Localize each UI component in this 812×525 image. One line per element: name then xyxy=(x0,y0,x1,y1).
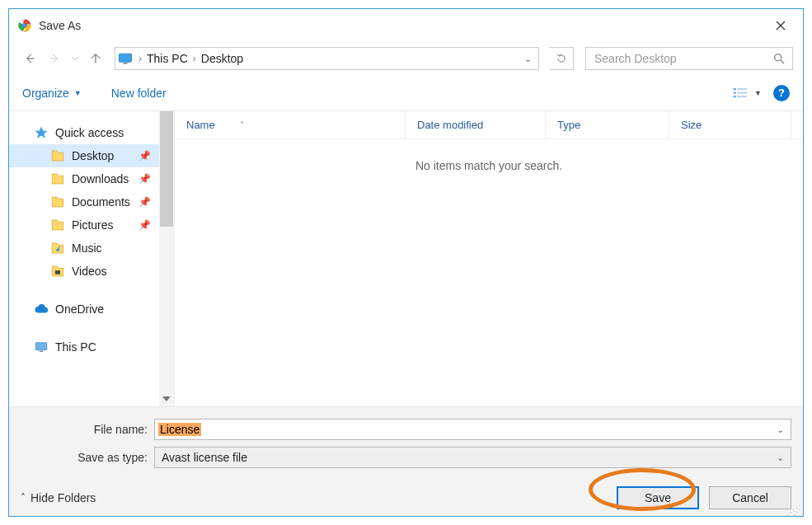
column-name[interactable]: Name ˄ xyxy=(175,111,406,138)
svg-marker-23 xyxy=(162,396,171,401)
nav-item-videos[interactable]: Videos xyxy=(9,260,174,283)
pin-icon: 📌 xyxy=(138,150,151,162)
resize-grip-icon[interactable]: ⋰⋰⋰ xyxy=(786,506,800,514)
save-type-label: Save as type: xyxy=(21,451,154,464)
this-pc-icon xyxy=(117,50,134,67)
window-title: Save As xyxy=(39,19,767,32)
svg-rect-19 xyxy=(59,246,59,251)
svg-rect-7 xyxy=(120,54,132,62)
svg-point-9 xyxy=(775,54,781,61)
video-icon xyxy=(50,264,65,279)
svg-rect-8 xyxy=(124,63,128,64)
quickaccess-icon xyxy=(34,125,49,140)
column-headers: Name ˄ Date modified Type Size xyxy=(175,111,803,139)
svg-rect-16 xyxy=(737,96,747,97)
back-button[interactable] xyxy=(19,48,40,69)
nav-item-this-pc[interactable]: This PC xyxy=(9,335,174,359)
nav-item-label: Pictures xyxy=(72,218,114,232)
cloud-icon xyxy=(34,302,49,316)
file-name-field[interactable]: License ⌄ xyxy=(154,419,791,440)
svg-rect-11 xyxy=(734,88,736,90)
pc-icon xyxy=(34,340,49,354)
chevron-down-icon[interactable]: ⌄ xyxy=(777,452,787,463)
chevron-down-icon: ▼ xyxy=(74,89,82,97)
nav-item-documents[interactable]: Documents📌 xyxy=(9,190,174,213)
nav-item-label: Quick access xyxy=(55,126,124,139)
column-date-modified[interactable]: Date modified xyxy=(406,111,546,138)
save-type-row: Save as type: Avast license file ⌄ xyxy=(21,447,791,468)
pin-icon: 📌 xyxy=(138,173,151,185)
svg-rect-12 xyxy=(737,88,747,90)
chevron-up-icon: ˄ xyxy=(21,492,26,504)
pin-icon: 📌 xyxy=(138,219,151,231)
scroll-down-icon[interactable] xyxy=(159,391,174,406)
toolbar: Organize ▼ New folder ▼ ? xyxy=(9,75,803,111)
nav-item-label: OneDrive xyxy=(55,302,104,316)
titlebar: Save As xyxy=(9,9,803,42)
file-name-label: File name: xyxy=(21,423,154,436)
file-list-pane: Name ˄ Date modified Type Size No items … xyxy=(174,111,803,406)
refresh-button[interactable] xyxy=(549,47,574,70)
nav-item-label: This PC xyxy=(55,340,96,354)
nav-item-label: Documents xyxy=(72,195,130,209)
forward-button[interactable] xyxy=(44,48,65,69)
help-button[interactable]: ? xyxy=(773,85,790,101)
chevron-down-icon: ▼ xyxy=(754,89,762,97)
svg-rect-20 xyxy=(55,270,60,274)
pin-icon: 📌 xyxy=(138,196,151,208)
svg-rect-22 xyxy=(40,351,44,353)
details-view-icon xyxy=(733,87,748,100)
file-name-row: File name: License ⌄ xyxy=(21,419,791,440)
folder-icon xyxy=(50,148,65,163)
nav-item-label: Videos xyxy=(72,265,107,278)
sort-indicator-icon: ˄ xyxy=(240,120,244,129)
nav-item-onedrive[interactable]: OneDrive xyxy=(9,298,174,321)
nav-item-pictures[interactable]: Pictures📌 xyxy=(9,213,174,237)
save-type-value: Avast license file xyxy=(158,451,247,464)
cancel-button[interactable]: Cancel xyxy=(709,486,791,509)
svg-marker-17 xyxy=(35,127,48,138)
recent-locations-dropdown[interactable] xyxy=(68,48,82,69)
svg-line-10 xyxy=(781,60,784,63)
search-box[interactable] xyxy=(585,47,793,70)
folder-icon xyxy=(50,171,65,186)
new-folder-button[interactable]: New folder xyxy=(111,87,167,100)
column-type[interactable]: Type xyxy=(546,111,669,138)
close-button[interactable] xyxy=(767,13,795,38)
file-name-value: License xyxy=(158,423,201,436)
save-as-dialog: Save As › This PC › Desktop ⌄ xyxy=(8,8,804,517)
nav-item-downloads[interactable]: Downloads📌 xyxy=(9,167,174,190)
nav-item-desktop[interactable]: Desktop📌 xyxy=(9,144,174,167)
search-input[interactable] xyxy=(593,51,772,66)
breadcrumb-current[interactable]: Desktop xyxy=(201,52,243,65)
body: Quick accessDesktop📌Downloads📌Documents📌… xyxy=(9,111,803,406)
chevron-down-icon[interactable]: ⌄ xyxy=(777,424,787,435)
svg-rect-15 xyxy=(734,96,736,97)
svg-rect-14 xyxy=(737,91,747,93)
chrome-icon xyxy=(17,18,32,33)
nav-scrollbar[interactable] xyxy=(159,111,174,406)
scrollbar-thumb[interactable] xyxy=(160,111,173,227)
svg-rect-13 xyxy=(734,91,736,93)
navigation-pane: Quick accessDesktop📌Downloads📌Documents📌… xyxy=(9,111,174,406)
view-options[interactable]: ▼ xyxy=(733,87,762,100)
nav-item-label: Music xyxy=(72,241,102,255)
search-icon xyxy=(772,52,786,65)
column-size[interactable]: Size xyxy=(669,111,791,138)
address-bar[interactable]: › This PC › Desktop ⌄ xyxy=(115,47,539,70)
chevron-right-icon: › xyxy=(138,53,142,64)
up-button[interactable] xyxy=(85,48,106,69)
nav-item-music[interactable]: Music xyxy=(9,237,174,260)
folder-icon xyxy=(50,195,65,209)
nav-item-label: Downloads xyxy=(72,172,129,185)
music-icon xyxy=(50,241,65,255)
chevron-right-icon: › xyxy=(193,53,196,64)
save-button[interactable]: Save xyxy=(617,486,699,509)
address-history-dropdown[interactable]: ⌄ xyxy=(519,54,537,64)
nav-item-quick-access[interactable]: Quick access xyxy=(9,121,174,144)
folder-icon xyxy=(50,218,65,232)
save-type-field[interactable]: Avast license file ⌄ xyxy=(154,447,791,468)
organize-menu[interactable]: Organize ▼ xyxy=(22,87,82,100)
breadcrumb-root[interactable]: This PC xyxy=(147,52,188,65)
hide-folders-toggle[interactable]: ˄ Hide Folders xyxy=(21,491,96,504)
